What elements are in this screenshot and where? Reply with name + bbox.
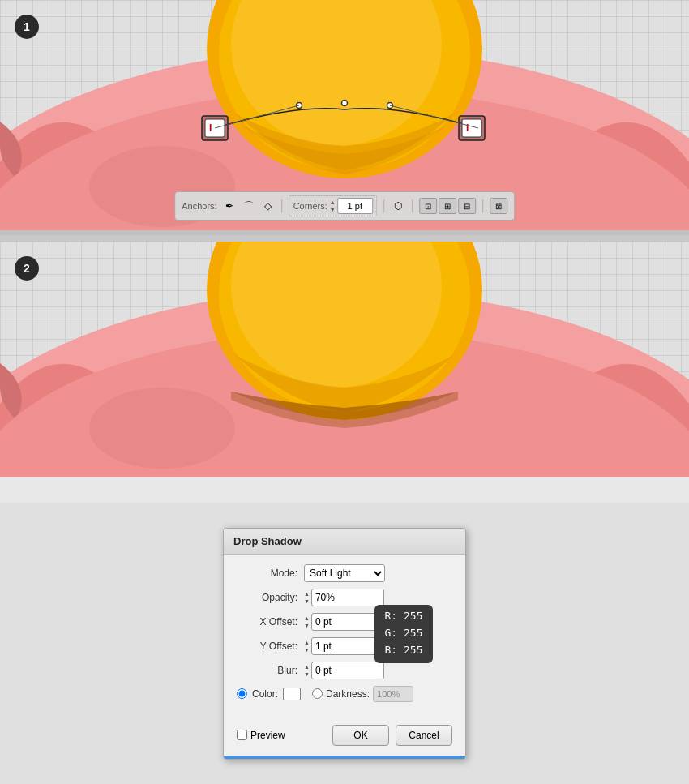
shape-icon[interactable]: ⬡ bbox=[391, 199, 405, 213]
toolbar: Anchors: ✒ ⌒ ◇ Corners: ▲ ▼ 1 pt ⬡ ⊡ ⊞ ⊟… bbox=[174, 191, 515, 221]
canvas-section-1: 1 I bbox=[0, 0, 689, 235]
dialog-footer-buttons: OK Cancel bbox=[332, 725, 452, 746]
opacity-up[interactable]: ▲ bbox=[304, 590, 310, 598]
align-center-button[interactable]: ⊞ bbox=[439, 198, 456, 214]
color-swatch[interactable] bbox=[283, 688, 301, 700]
dialog-footer: Preview OK Cancel bbox=[224, 718, 465, 756]
color-b: B: 255 bbox=[385, 642, 423, 659]
x-offset-down[interactable]: ▼ bbox=[304, 622, 310, 629]
toolbar-separator-1 bbox=[282, 199, 283, 212]
color-r: R: 255 bbox=[385, 608, 423, 625]
dialog-body: R: 255 G: 255 B: 255 Mode: NormalMultipl… bbox=[224, 555, 465, 718]
x-offset-spinner: ▲ ▼ 0 pt bbox=[304, 613, 384, 631]
opacity-row: Opacity: ▲ ▼ 70% bbox=[237, 589, 452, 606]
pen-tool-icon[interactable]: ✒ bbox=[222, 199, 237, 213]
opacity-input[interactable]: 70% bbox=[311, 589, 384, 606]
x-offset-up[interactable]: ▲ bbox=[304, 615, 310, 622]
illustration-2 bbox=[0, 242, 689, 477]
corners-group: Corners: ▲ ▼ 1 pt bbox=[289, 195, 377, 216]
svg-rect-13 bbox=[462, 119, 481, 137]
cancel-button[interactable]: Cancel bbox=[396, 725, 452, 746]
y-offset-down[interactable]: ▼ bbox=[304, 646, 310, 653]
darkness-label: Darkness: bbox=[326, 688, 370, 700]
section-divider bbox=[0, 235, 689, 242]
dialog-overlay: Drop Shadow R: 255 G: 255 B: 255 Mode: N… bbox=[0, 503, 689, 784]
dialog-title: Drop Shadow bbox=[224, 529, 465, 555]
blur-down[interactable]: ▼ bbox=[304, 670, 310, 678]
preview-group: Preview bbox=[237, 730, 285, 741]
drop-shadow-dialog: Drop Shadow R: 255 G: 255 B: 255 Mode: N… bbox=[223, 528, 466, 760]
blur-label: Blur: bbox=[237, 665, 297, 676]
mode-label: Mode: bbox=[237, 568, 297, 579]
corners-up-arrow[interactable]: ▲ bbox=[330, 199, 336, 206]
step-badge-1: 1 bbox=[15, 15, 39, 39]
color-radio[interactable] bbox=[237, 688, 247, 699]
opacity-spinner: ▲ ▼ 70% bbox=[304, 589, 384, 606]
dialog-bottom-border bbox=[224, 756, 465, 759]
blur-row: Blur: ▲ ▼ 0 pt bbox=[237, 662, 452, 679]
dialog-body-inner: R: 255 G: 255 B: 255 Mode: NormalMultipl… bbox=[237, 564, 452, 702]
preview-checkbox[interactable] bbox=[237, 730, 247, 740]
corners-spinner[interactable]: ▲ ▼ 1 pt bbox=[330, 198, 373, 214]
x-offset-input[interactable]: 0 pt bbox=[311, 613, 384, 631]
align-right-button[interactable]: ⊟ bbox=[458, 198, 476, 214]
blur-spinner: ▲ ▼ 0 pt bbox=[304, 662, 384, 679]
y-offset-input[interactable]: 1 pt bbox=[311, 637, 384, 655]
y-offset-spinner: ▲ ▼ 1 pt bbox=[304, 637, 384, 655]
darkness-input: 100% bbox=[373, 686, 413, 702]
blur-up[interactable]: ▲ bbox=[304, 663, 310, 670]
y-offset-up[interactable]: ▲ bbox=[304, 639, 310, 646]
darkness-radio[interactable] bbox=[312, 688, 323, 699]
toolbar-separator-3 bbox=[412, 199, 413, 212]
step-badge-2: 2 bbox=[15, 256, 39, 281]
preview-label: Preview bbox=[250, 730, 285, 741]
mode-row: Mode: NormalMultiplyScreenOverlaySoft Li… bbox=[237, 564, 452, 582]
align-left-button[interactable]: ⊡ bbox=[419, 198, 437, 214]
align-buttons: ⊡ ⊞ ⊟ bbox=[419, 198, 476, 214]
corners-input[interactable]: 1 pt bbox=[337, 198, 373, 214]
svg-text:I: I bbox=[209, 122, 212, 134]
color-display: R: 255 G: 255 B: 255 bbox=[374, 605, 433, 663]
blur-input[interactable]: 0 pt bbox=[311, 662, 384, 679]
mode-select[interactable]: NormalMultiplyScreenOverlaySoft LightHar… bbox=[304, 564, 385, 582]
toolbar-separator-2 bbox=[383, 199, 384, 212]
canvas-section-2: 2 bbox=[0, 242, 689, 477]
color-label: Color: bbox=[252, 688, 278, 700]
color-darkness-row: Color: Darkness: 100% bbox=[237, 686, 452, 702]
color-g: G: 255 bbox=[385, 625, 423, 642]
smooth-anchor-icon[interactable]: ⌒ bbox=[242, 199, 256, 213]
opacity-down[interactable]: ▼ bbox=[304, 598, 310, 605]
x-offset-label: X Offset: bbox=[237, 616, 297, 628]
corners-label: Corners: bbox=[293, 201, 327, 211]
svg-text:I: I bbox=[466, 122, 469, 134]
corners-down-arrow[interactable]: ▼ bbox=[330, 206, 336, 213]
y-offset-label: Y Offset: bbox=[237, 640, 297, 652]
opacity-label: Opacity: bbox=[237, 592, 297, 603]
anchors-label: Anchors: bbox=[182, 201, 216, 211]
corner-anchor-icon[interactable]: ◇ bbox=[261, 199, 276, 213]
darkness-group: Darkness: 100% bbox=[312, 686, 413, 702]
svg-point-7 bbox=[342, 101, 348, 106]
ok-button[interactable]: OK bbox=[332, 725, 389, 746]
distribute-button[interactable]: ⊠ bbox=[490, 198, 507, 214]
toolbar-separator-4 bbox=[482, 199, 483, 212]
svg-point-19 bbox=[89, 388, 235, 469]
